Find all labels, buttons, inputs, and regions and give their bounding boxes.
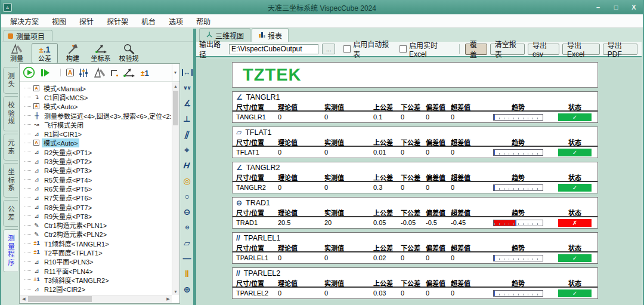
- browse-button[interactable]: ...: [322, 44, 335, 54]
- menu-item-1[interactable]: 解决方案: [4, 14, 45, 28]
- symmetry-icon[interactable]: ‖: [181, 266, 193, 282]
- tree-item[interactable]: ⊿R12圆<CIR2>: [20, 285, 172, 294]
- menu-item-4[interactable]: 探针架: [100, 14, 135, 28]
- tree-item[interactable]: ⊿R4矢量点<PT3>: [20, 166, 172, 175]
- perpendicularity-icon[interactable]: ⊥: [181, 111, 193, 127]
- tree-item[interactable]: ±1T2平面度<TFLAT1>: [20, 248, 172, 257]
- menu-item-2[interactable]: 视图: [45, 14, 73, 28]
- perpendicularity-icon: ⊥: [183, 114, 191, 124]
- tree-item[interactable]: ✎Ctr2构造元素<PLN2>: [20, 230, 172, 239]
- menu-item-3[interactable]: 探针: [73, 14, 100, 28]
- horizontal-scrollbar[interactable]: ◀ ▶: [20, 295, 172, 303]
- tree-item-label: 模式<Manual>: [42, 84, 88, 93]
- column-header: 下公差: [401, 137, 426, 147]
- tree-item[interactable]: ⊿R8矢量点<PT7>: [20, 202, 172, 211]
- tree-item[interactable]: ↝飞行模式关闭: [20, 120, 172, 129]
- parallelism-icon[interactable]: ∥: [181, 127, 193, 142]
- total-runout-icon[interactable]: ⊕: [181, 282, 193, 297]
- minimize-button[interactable]: –: [589, 1, 607, 14]
- tree-item[interactable]: ⊿R10平面<PLN3>: [20, 257, 172, 266]
- close-button[interactable]: X: [625, 1, 643, 14]
- side-tab-6[interactable]: 测量程序: [3, 229, 18, 272]
- tree-connector: [24, 88, 31, 88]
- scrollbar-thumb[interactable]: [28, 296, 92, 302]
- menu-item-6[interactable]: 选项: [162, 14, 190, 28]
- ribbon-button-4[interactable]: 坐标系: [88, 43, 114, 64]
- measure-tool-button[interactable]: [93, 67, 106, 79]
- tree-item[interactable]: ↴C1回调<MCS>: [20, 93, 172, 101]
- tree-item[interactable]: ✎Ctr1构造元素<PLN1>: [20, 220, 172, 229]
- side-tab-3[interactable]: 元素: [3, 134, 18, 161]
- menu-item-7[interactable]: 帮助: [190, 14, 217, 28]
- ribbon-button-label: 坐标系: [91, 55, 111, 62]
- scroll-down-icon[interactable]: ▼: [172, 288, 179, 295]
- position-icon[interactable]: ⌖: [181, 142, 193, 158]
- action-button-2[interactable]: 清空报表: [490, 44, 525, 55]
- ribbon-button-3[interactable]: 构建: [60, 43, 86, 64]
- side-tab-1[interactable]: 测头: [3, 67, 18, 94]
- trend-bar: [493, 220, 543, 226]
- ribbon-button-2[interactable]: ±.1公差: [32, 43, 58, 64]
- output-path-input[interactable]: [229, 44, 318, 54]
- ribbon-button-5[interactable]: 校验规: [116, 43, 142, 64]
- ribbon-button-1[interactable]: 测量: [4, 43, 30, 64]
- report-table-header-row: 尺寸/位置理论值实测值上公差下公差偏差值超差值趋势状态: [233, 278, 597, 288]
- slant-angle-icon[interactable]: H: [181, 158, 193, 173]
- checkbox[interactable]: [400, 45, 407, 53]
- tree-item[interactable]: ⊿R1圆<CIR1>: [20, 129, 172, 138]
- checkbox[interactable]: [343, 45, 351, 53]
- distance-icon[interactable]: ↔: [181, 64, 193, 80]
- concentricity-icon[interactable]: ◎: [181, 173, 193, 189]
- side-tab-4[interactable]: 坐标系: [3, 163, 18, 198]
- main-content: 测量项目 测量±.1公差构建坐标系校验规 测头校验规元素坐标系公差测量程序 A±…: [2, 29, 642, 305]
- toolbar-overflow-button[interactable]: ▾: [172, 64, 177, 81]
- gauge-icon: [122, 43, 135, 55]
- radius-icon[interactable]: ⊖: [181, 220, 193, 235]
- tolerance-button[interactable]: ±1: [141, 67, 149, 78]
- scroll-left-icon[interactable]: ◀: [20, 295, 27, 303]
- tree-item[interactable]: ⊿R5矢量点<PT4>: [20, 175, 172, 184]
- scrollbar-thumb[interactable]: [173, 91, 178, 125]
- circularity-icon[interactable]: ○: [181, 189, 193, 204]
- diameter-icon[interactable]: ⊖: [181, 204, 193, 220]
- side-tab-2[interactable]: 校验规: [3, 96, 18, 131]
- action-button-5[interactable]: 导出PDF: [603, 44, 637, 55]
- tree-item[interactable]: A模式<Manual>: [20, 84, 172, 93]
- tree-item[interactable]: A模式<Auto>: [20, 102, 172, 111]
- action-button-3[interactable]: 导出csv: [528, 44, 559, 55]
- coordinate-button[interactable]: [122, 67, 136, 79]
- straightness-icon[interactable]: —: [181, 251, 193, 266]
- tree-item[interactable]: ⊿R2矢量点<PT1>: [20, 147, 172, 156]
- scroll-right-icon[interactable]: ▶: [165, 295, 172, 303]
- action-button-1[interactable]: 覆盖: [465, 44, 487, 55]
- tree-item[interactable]: ⊿R7矢量点<PT6>: [20, 193, 172, 202]
- tree-item[interactable]: ±1T1倾斜度<TANGLR1>: [20, 239, 172, 248]
- tree-item[interactable]: ±1T3倾斜度<TANGLR2>: [20, 275, 172, 284]
- step-run-button[interactable]: [40, 67, 51, 79]
- element-icon: ⊿: [33, 195, 41, 201]
- surface-profile-icon[interactable]: ∨∨: [181, 80, 193, 95]
- angularity-icon[interactable]: ∡: [181, 95, 193, 111]
- scroll-up-icon[interactable]: ▲: [172, 82, 179, 90]
- tree-item[interactable]: ⊿R11平面<PLN4>: [20, 266, 172, 275]
- flatness-icon[interactable]: ▱: [181, 235, 193, 251]
- tab-report[interactable]: 报表: [252, 28, 289, 42]
- side-tab-5[interactable]: 公差: [3, 200, 18, 227]
- tree-item[interactable]: ⊿R3矢量点<PT2>: [20, 156, 172, 165]
- tree-item[interactable]: A模式<Auto>: [20, 138, 172, 147]
- menu-item-5[interactable]: 机台: [135, 14, 162, 28]
- action-button-4[interactable]: 导出Excel: [562, 44, 600, 55]
- trend-ticks: [494, 118, 542, 119]
- parameters-button[interactable]: [79, 67, 88, 78]
- tab-measurement-project[interactable]: 测量项目: [4, 30, 52, 41]
- corner-button[interactable]: [111, 70, 117, 76]
- tree-item[interactable]: ⊿R6矢量点<PT5>: [20, 184, 172, 193]
- tree-item[interactable]: ⊿R9矢量点<PT8>: [20, 211, 172, 220]
- auto-mode-button[interactable]: A: [60, 69, 74, 76]
- run-button[interactable]: [23, 66, 35, 79]
- column-header: 下公差: [401, 102, 426, 112]
- gdt-tolerance-palette: ↔∨∨∡⊥∥⌖H◎○⊖⊖▱—‖⊕: [181, 63, 193, 305]
- vertical-scrollbar[interactable]: ▲ ▼: [172, 82, 179, 295]
- maximize-button[interactable]: □: [607, 1, 625, 14]
- tree-item[interactable]: ╫测量参数逼近<4>,回退<3>,搜索<6>,定位<2:: [20, 111, 172, 120]
